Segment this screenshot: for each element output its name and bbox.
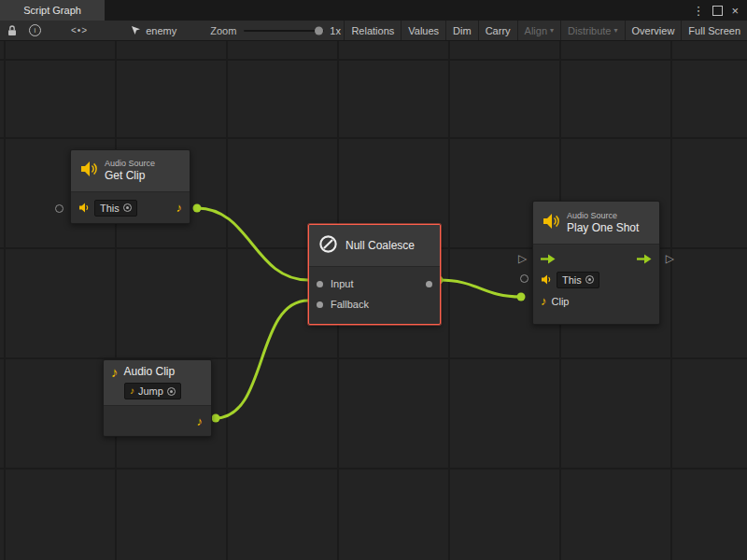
input-port-row: Input — [309, 273, 440, 294]
clip-port-label: Clip — [552, 296, 570, 307]
node-header[interactable]: Audio Source Get Clip — [71, 150, 190, 192]
code-toggle-icon[interactable]: <•> — [71, 25, 88, 35]
zoom-value: 1x — [330, 25, 341, 36]
toolbar: <•> enemy Zoom 1x Relations Values Dim C… — [0, 21, 747, 41]
flow-in-triangle-port[interactable]: ▷ — [518, 253, 527, 264]
script-graph-window: Script Graph ⋮ × <•> enemy Zoom 1x Relat… — [0, 0, 747, 560]
this-input-port[interactable] — [55, 204, 63, 213]
clip-port-row: ♪ Clip — [533, 290, 659, 312]
toolbar-buttons: Relations Values Dim Carry Align▾ Distri… — [344, 21, 747, 40]
result-output-port[interactable] — [426, 281, 432, 287]
info-icon[interactable] — [29, 24, 41, 36]
audio-clip-output-icon: ♪ — [176, 202, 183, 214]
node-title: Audio Clip — [124, 365, 176, 378]
node-body: Input Fallback — [309, 267, 440, 324]
lock-icon[interactable] — [7, 25, 17, 36]
this-object-picker[interactable]: This — [557, 272, 599, 288]
tab-label: Script Graph — [23, 5, 81, 16]
cursor-icon — [131, 25, 141, 35]
node-title: Play One Shot — [567, 221, 639, 234]
target-icon[interactable] — [585, 275, 594, 284]
audio-clip-picker[interactable]: ♪ Jump — [124, 383, 181, 399]
note-icon: ♪ — [130, 386, 134, 396]
title-bar: Script Graph ⋮ × — [0, 0, 747, 21]
flow-out-triangle-port[interactable]: ▷ — [666, 253, 674, 264]
zoom-slider[interactable] — [244, 21, 324, 41]
flow-out-arrow-icon[interactable] — [637, 251, 652, 268]
speaker-icon — [541, 272, 552, 288]
input-port[interactable] — [317, 281, 323, 287]
menu-icon[interactable]: ⋮ — [692, 5, 704, 17]
graph-name: enemy — [146, 25, 176, 36]
carry-button[interactable]: Carry — [478, 21, 517, 40]
zoom-slider-knob[interactable] — [315, 26, 323, 35]
fullscreen-button[interactable]: Full Screen — [681, 21, 747, 40]
maximize-icon[interactable] — [712, 6, 723, 16]
this-object-picker[interactable]: This — [94, 200, 137, 217]
dim-button[interactable]: Dim — [445, 21, 478, 40]
graph-canvas[interactable]: Audio Source Get Clip This ♪ — [0, 41, 747, 560]
zoom-label: Zoom — [210, 25, 236, 36]
node-get-clip[interactable]: Audio Source Get Clip This ♪ — [70, 149, 190, 224]
audio-clip-icon: ♪ — [111, 365, 119, 379]
clip-output-icon: ♪ — [197, 415, 204, 427]
distribute-button[interactable]: Distribute▾ — [560, 21, 624, 40]
audio-source-icon — [542, 213, 560, 233]
zoom-slider-track[interactable] — [244, 30, 324, 32]
speaker-icon — [78, 200, 90, 217]
align-button[interactable]: Align▾ — [517, 21, 560, 40]
overview-button[interactable]: Overview — [625, 21, 682, 40]
node-header[interactable]: ♪ Audio Clip ♪ Jump — [104, 360, 211, 406]
graph-breadcrumb[interactable]: enemy — [131, 25, 176, 36]
node-header[interactable]: Audio Source Play One Shot — [533, 202, 659, 245]
chevron-down-icon: ▾ — [614, 26, 618, 35]
flow-in-arrow-icon[interactable] — [541, 251, 556, 268]
tab-script-graph[interactable]: Script Graph — [0, 0, 105, 21]
node-null-coalesce[interactable]: Null Coalesce Input Fallback — [308, 224, 441, 325]
chevron-down-icon: ▾ — [550, 26, 554, 35]
null-coalesce-icon — [317, 233, 339, 259]
node-category: Audio Source — [105, 159, 155, 169]
fallback-port[interactable] — [317, 301, 323, 308]
node-play-one-shot[interactable]: Audio Source Play One Shot This — [532, 201, 660, 325]
node-title: Null Coalesce — [345, 239, 415, 252]
close-icon[interactable]: × — [731, 5, 739, 17]
values-button[interactable]: Values — [401, 21, 445, 40]
clip-note-icon: ♪ — [541, 295, 547, 307]
target-icon[interactable] — [167, 387, 176, 396]
control-flow-row — [533, 249, 659, 269]
output-row: ♪ — [104, 406, 211, 436]
node-title: Get Clip — [105, 169, 155, 182]
audio-source-icon — [79, 161, 98, 181]
node-header[interactable]: Null Coalesce — [309, 225, 440, 267]
window-controls: ⋮ × — [692, 0, 747, 21]
node-audio-clip[interactable]: ♪ Audio Clip ♪ Jump ♪ — [103, 359, 212, 437]
this-port-row: This ♪ — [71, 192, 190, 223]
fallback-port-row: Fallback — [309, 294, 440, 315]
this-port-row: This — [533, 269, 659, 290]
relations-button[interactable]: Relations — [344, 21, 401, 40]
target-icon[interactable] — [123, 203, 132, 212]
this-input-port[interactable] — [520, 274, 529, 283]
node-category: Audio Source — [567, 211, 639, 221]
